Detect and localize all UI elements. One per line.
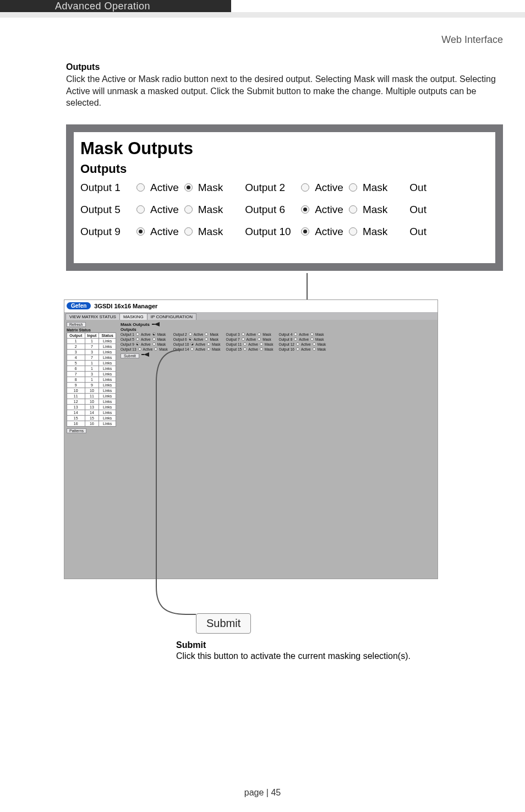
patterns-button[interactable]: Patterns [67, 428, 86, 433]
app-logo: Gefen [67, 302, 91, 309]
app-title: 3GSDI 16x16 Manager [94, 303, 157, 309]
output-label: Output 2 [245, 182, 296, 194]
output-cell-clipped: Out [409, 182, 431, 194]
output-radio[interactable] [301, 183, 309, 192]
outputs-heading: Outputs [66, 62, 503, 72]
mini-outputs-subtitle: Outputs [121, 327, 326, 332]
mini-output-cell: Output 5ActiveMask [121, 337, 168, 341]
svg-rect-3 [141, 354, 144, 355]
output-radio[interactable] [184, 227, 193, 236]
output-radio[interactable] [136, 227, 145, 236]
mini-outputs-grid: Output 1ActiveMaskOutput 2ActiveMaskOutp… [121, 333, 326, 351]
tab-view-matrix-status[interactable]: VIEW MATRIX STATUS [65, 313, 120, 320]
mask-outputs-rows: Output 1ActiveMaskOutput 2ActiveMaskOutO… [80, 182, 490, 238]
svg-marker-0 [154, 322, 160, 326]
mini-output-cell: Output 11ActiveMask [226, 342, 274, 346]
submit-description: Click this button to activate the curren… [176, 650, 503, 662]
output-cell: Output 5ActiveMask [80, 204, 223, 216]
output-radio[interactable] [184, 205, 193, 214]
output-cell: Output 6ActiveMask [245, 204, 387, 216]
output-radio[interactable] [136, 183, 145, 192]
output-cell-clipped: Out [409, 226, 431, 238]
tab-masking[interactable]: MASKING [119, 313, 147, 320]
matrix-status-table: OutputInputStatus11Links27Links33Links47… [67, 333, 116, 427]
outputs-description: Click the Active or Mask radio button ne… [66, 73, 503, 109]
mask-outputs-preview: Mask Outputs Outputs Output 1ActiveMaskO… [66, 124, 503, 271]
matrix-status-label: Matrix Status [67, 328, 116, 332]
mini-output-cell: Output 9ActiveMask [121, 342, 168, 346]
mini-output-cell: Output 6ActiveMask [173, 337, 221, 341]
mask-outputs-subtitle: Outputs [80, 162, 490, 176]
arrow-label-icon [141, 352, 149, 357]
mini-output-cell: Output 13ActiveMask [121, 347, 168, 351]
svg-marker-2 [144, 352, 149, 357]
output-label: Output 5 [80, 204, 131, 216]
chapter-title: Advanced Operation [0, 0, 231, 12]
mini-output-cell: Output 3ActiveMask [226, 333, 274, 336]
mini-output-cell: Output 4ActiveMask [278, 333, 326, 336]
arrow-label-icon [152, 322, 160, 326]
mini-output-cell: Output 1ActiveMask [121, 333, 168, 336]
submit-heading: Submit [176, 640, 503, 650]
mini-output-cell: Output 8ActiveMask [278, 337, 326, 341]
mini-output-cell: Output 10ActiveMask [173, 342, 221, 346]
mini-output-cell: Output 12ActiveMask [278, 342, 326, 346]
mini-output-cell: Output 7ActiveMask [226, 337, 274, 341]
header-divider [0, 12, 525, 18]
output-radio[interactable] [349, 183, 357, 192]
mask-outputs-title: Mask Outputs [80, 139, 490, 159]
page-footer: page | 45 [0, 788, 525, 798]
output-label: Output 9 [80, 226, 131, 238]
output-radio[interactable] [349, 205, 357, 214]
output-label: Output 1 [80, 182, 131, 194]
output-radio[interactable] [301, 227, 309, 236]
refresh-button[interactable]: Refresh [67, 322, 86, 327]
output-radio[interactable] [349, 227, 357, 236]
output-label: Output 10 [245, 226, 296, 238]
output-cell: Output 9ActiveMask [80, 226, 223, 238]
tab-ip-configuration[interactable]: IP CONFIGURATION [147, 313, 196, 320]
output-cell: Output 2ActiveMask [245, 182, 387, 194]
output-cell: Output 10ActiveMask [245, 226, 387, 238]
manager-screenshot: Gefen 3GSDI 16x16 Manager VIEW MATRIX ST… [64, 299, 438, 579]
svg-rect-1 [152, 324, 155, 325]
mini-output-cell: Output 2ActiveMask [173, 333, 221, 336]
submit-callout: Submit Submit Click this button to activ… [176, 613, 503, 662]
output-radio[interactable] [136, 205, 145, 214]
output-cell: Output 1ActiveMask [80, 182, 223, 194]
mini-output-cell: Output 14ActiveMask [173, 347, 221, 351]
mini-mask-outputs-title: Mask Outputs [121, 322, 150, 327]
submit-button[interactable]: Submit [196, 613, 251, 634]
mini-submit-button[interactable]: Submit [121, 353, 139, 358]
mini-output-cell: Output 15ActiveMask [226, 347, 274, 351]
section-title: Web Interface [0, 19, 525, 46]
output-radio[interactable] [301, 205, 309, 214]
mini-output-cell: Output 16ActiveMask [278, 347, 326, 351]
output-label: Output 6 [245, 204, 296, 216]
output-radio[interactable] [184, 183, 193, 192]
output-cell-clipped: Out [409, 204, 431, 216]
